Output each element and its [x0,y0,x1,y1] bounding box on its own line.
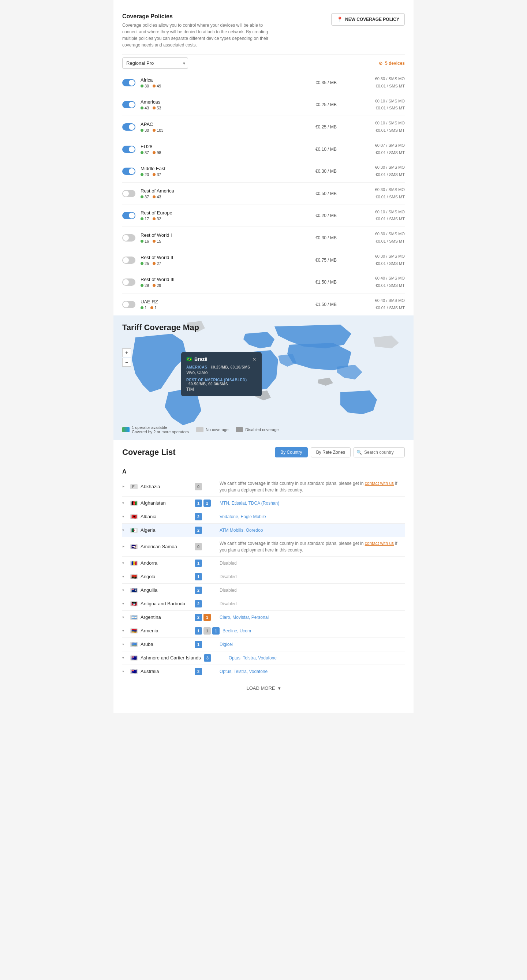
zone-operators: 1 1 [140,305,306,310]
zone-toggle[interactable] [122,168,135,175]
row-expand[interactable]: ▾ [122,544,127,549]
devices-badge: ⊙ 5 devices [379,61,405,66]
zone-toggle[interactable] [122,256,135,264]
row-expand[interactable]: ▾ [122,669,127,673]
zone-toggle[interactable] [122,79,135,86]
operator-orange-count: 15 [153,239,161,243]
chevron-down-icon[interactable]: ▾ [122,514,124,519]
zone-toggle[interactable] [122,146,135,153]
operator-count: 21 [195,614,217,621]
country-flag: 🇦🇺 [130,655,138,660]
zone-info: Rest of America 37 43 [140,188,306,199]
count-badge-2: 1 [204,627,211,635]
country-popup: 🇧🇷 Brazil ✕ AMERICAS €0.25/MB, €0.10/SMS… [181,352,262,396]
operator-names-disabled: Disabled [220,561,405,566]
world-map[interactable] [113,315,414,440]
operator-count: 111 [195,627,220,635]
coverage-row: ▾ 🇦🇼 Aruba 1 Digicel [122,638,405,651]
chevron-down-icon[interactable]: ▾ [122,642,124,646]
zone-toggle[interactable] [122,123,135,130]
row-expand[interactable]: ▾ [122,561,127,565]
new-coverage-policy-button[interactable]: 📍 NEW COVERAGE POLICY [331,13,405,25]
chevron-down-icon[interactable]: ▾ [122,629,124,633]
chevron-right-icon[interactable]: ▾ [121,546,125,547]
row-expand[interactable]: ▾ [122,642,127,646]
row-expand[interactable]: ▾ [122,574,127,579]
operator-count: 0 [195,543,217,550]
chevron-down-icon: ▾ [278,686,281,691]
zone-info: Rest of World II 25 27 [140,255,306,266]
operator-green-count: 37 [140,195,149,199]
zone-sms: €0.30 / SMS MO€0.01 / SMS MT [346,164,405,178]
row-expand[interactable]: ▾ [122,528,127,532]
operator-names: MTN, Etisalat, TDCA (Roshan) [220,501,405,506]
chevron-right-icon[interactable]: ▾ [121,485,125,487]
country-name: Ashmore and Cartier Islands [140,655,201,660]
zone-toggle[interactable] [122,212,135,219]
zone-toggle[interactable] [122,234,135,242]
policy-select[interactable]: Regional Pro [122,57,188,69]
page-container: Coverage Policies Coverage policies allo… [113,0,414,713]
zone-info: Rest of World I 16 15 [140,232,306,243]
zoom-in-button[interactable]: + [122,348,131,357]
chevron-down-icon[interactable]: ▾ [122,601,124,606]
row-expand[interactable]: ▾ [122,514,127,519]
row-expand[interactable]: ▾ [122,615,127,619]
zone-name: Rest of World II [140,255,306,260]
row-expand[interactable]: ▾ [122,501,127,505]
legend-disabled: Disabled coverage [236,427,279,432]
chevron-down-icon[interactable]: ▾ [122,615,124,619]
zone-name: Africa [140,77,306,83]
zone-name: UAE RZ [140,299,306,304]
operator-green-count: 43 [140,106,149,110]
coverage-list-header: Coverage List By Country By Rate Zones 🔍 [122,447,405,457]
country-name: Armenia [140,628,192,633]
operator-green-count: 25 [140,261,149,266]
count-badge: 2 [195,513,202,520]
zone-toggle[interactable] [122,301,135,308]
row-expand[interactable]: ▾ [122,656,127,660]
row-expand[interactable]: ▾ [122,601,127,606]
operator-count: 1 [195,560,217,567]
row-expand[interactable]: ▾ [122,588,127,592]
operator-orange-count: 32 [153,216,161,221]
tab-by-country[interactable]: By Country [275,447,307,457]
legend-1op-label: 1 operator available Covered by 2 or mor… [132,425,189,434]
country-flag: 🇦🇩 [130,561,138,566]
popup-close-button[interactable]: ✕ [252,356,256,362]
page-title: Coverage Policies [122,13,276,20]
zone-name: EU28 [140,144,306,149]
country-name: Aruba [140,641,192,647]
policy-selector-row: Regional Pro ⊙ 5 devices [113,54,414,72]
legend-gray-light-color [196,427,204,432]
chevron-down-icon[interactable]: ▾ [122,656,124,660]
country-name: Antigua and Barbuda [140,601,192,606]
contact-link[interactable]: contact with us [365,541,394,546]
chevron-down-icon[interactable]: ▾ [122,669,124,673]
row-expand[interactable]: ▾ [122,629,127,633]
zone-row: Rest of America 37 43 €0.50 / MB €0.30 /… [122,183,405,205]
zone-sms: €0.10 / SMS MO€0.01 / SMS MT [346,98,405,112]
country-name: Algeria [140,527,192,533]
country-flag: 🇦🇺 [130,669,138,674]
chevron-down-icon[interactable]: ▾ [122,501,124,505]
count-badge: 1 [195,641,202,648]
coverage-row: ▾ 🇦🇴 Angola 1 Disabled [122,570,405,584]
load-more-button[interactable]: LOAD MORE ▾ [122,678,405,698]
zone-toggle[interactable] [122,278,135,286]
devices-icon: ⊙ [379,61,382,66]
tab-by-rate-zones[interactable]: By Rate Zones [311,447,350,457]
zone-toggle[interactable] [122,190,135,197]
zoom-out-button[interactable]: − [122,358,131,367]
row-expand[interactable]: ▾ [122,485,127,488]
count-badge: 3 [204,654,211,662]
zone-operators: 37 98 [140,150,306,155]
chevron-down-icon[interactable]: ▾ [122,574,124,579]
alpha-section-header: A [122,465,405,477]
header-text: Coverage Policies Coverage policies allo… [122,13,276,48]
chevron-down-icon[interactable]: ▾ [122,588,124,592]
chevron-down-icon[interactable]: ▾ [122,561,124,565]
contact-link[interactable]: contact with us [365,481,394,486]
zone-toggle[interactable] [122,101,135,108]
chevron-down-icon[interactable]: ▾ [122,528,124,532]
